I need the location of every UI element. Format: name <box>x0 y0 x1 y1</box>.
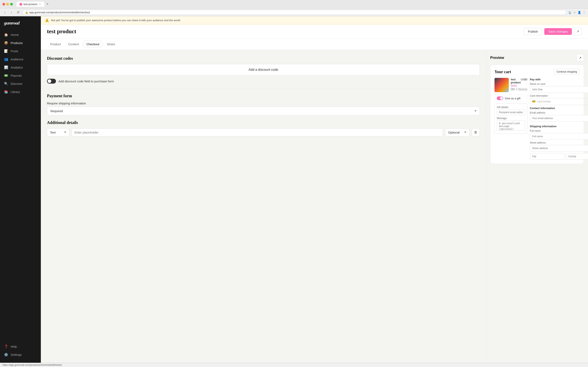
card-chip-icon: 💳 <box>532 100 536 103</box>
product-seller[interactable]: Daisy <box>511 84 521 87</box>
tab-product[interactable]: Product <box>47 41 64 48</box>
link-icon: ↗ <box>577 30 579 33</box>
sidebar-item-home[interactable]: 🏠 Home <box>0 31 41 39</box>
notification-bar: ⚠️ Not yet! You've got to publish your a… <box>41 16 588 25</box>
main-content: ⚠️ Not yet! You've got to publish your a… <box>41 16 588 363</box>
menu-icon[interactable]: ⋮ <box>583 11 586 14</box>
shipping-info-label: Shipping information <box>530 125 588 128</box>
street-label: Street address <box>530 141 588 144</box>
gift-message-textarea[interactable] <box>497 120 525 131</box>
tab-bar: test product ✕ + <box>17 2 586 7</box>
street-input[interactable] <box>530 145 588 151</box>
city-input[interactable] <box>530 153 565 160</box>
maximize-window-button[interactable] <box>10 3 13 6</box>
warning-icon: ⚠️ <box>45 18 49 22</box>
shipping-section: Shipping information Full name Street ad… <box>530 125 588 160</box>
new-tab-button[interactable]: + <box>45 2 50 6</box>
back-button[interactable]: ‹ <box>2 10 7 15</box>
shipping-field-label: Require shipping information <box>47 101 480 105</box>
tab-title: test product <box>24 3 37 6</box>
sidebar-item-analytics[interactable]: 📊 Analytics <box>0 63 41 71</box>
browser-chrome: test product ✕ + <box>0 0 588 8</box>
toggle-slider <box>47 79 56 83</box>
preview-title: Preview <box>490 56 504 60</box>
sidebar-item-library[interactable]: 📚 Library <box>0 88 41 96</box>
continue-shopping-button[interactable]: Continue shopping <box>554 69 580 75</box>
city-row <box>530 153 588 160</box>
sidebar-item-label: Help <box>11 345 17 348</box>
browser-tab[interactable]: test product ✕ <box>17 2 44 7</box>
cart-content: test product Daisy US$0 Qty: 1 Remove <box>494 78 580 160</box>
discount-toggle-label: Add discount code field to purchase form <box>58 80 114 83</box>
detail-type-select[interactable]: Text Checkbox <box>47 128 69 136</box>
sidebar-item-help[interactable]: ❓ Help <box>0 342 41 350</box>
cart-product-item: test product Daisy US$0 Qty: 1 Remove <box>494 78 527 92</box>
gift-toggle[interactable] <box>497 96 503 100</box>
gift-label: Give as a gift <box>505 97 520 100</box>
full-name-input[interactable] <box>530 133 588 140</box>
logo[interactable]: gumroad <box>0 20 41 31</box>
forward-button[interactable]: › <box>9 10 14 15</box>
tab-close-button[interactable]: ✕ <box>39 3 42 6</box>
card-row: 💳 Card number <box>530 98 588 105</box>
address-bar[interactable]: 🔒 app.gumroad.com/products/mmmmd/edit#ch… <box>22 10 567 15</box>
discount-toggle[interactable] <box>47 79 56 83</box>
tab-checkout[interactable]: Checkout <box>83 41 103 48</box>
name-on-card-input[interactable] <box>530 86 588 93</box>
preview-expand-button[interactable]: ↗ <box>577 54 584 61</box>
gift-toggle-row[interactable]: Give as a gift <box>494 95 527 102</box>
email-input[interactable] <box>530 115 588 122</box>
detail-optional-select[interactable]: Optional Required <box>445 128 470 136</box>
card-number-input[interactable]: 💳 Card number <box>530 98 588 105</box>
sidebar-item-discover[interactable]: 🔍 Discover <box>0 80 41 88</box>
url-text: app.gumroad.com/products/mmmmd/edit#chec… <box>29 11 90 14</box>
product-qty: Qty: 1 <box>511 88 517 91</box>
card-info-label: Card information <box>530 94 588 97</box>
name-on-card-label: Name on card <box>530 83 588 85</box>
tab-share[interactable]: Share <box>104 41 118 48</box>
detail-placeholder-input[interactable] <box>71 128 443 136</box>
delete-detail-button[interactable]: 🗑 <box>472 128 480 136</box>
sidebar-item-label: Posts <box>11 49 18 53</box>
home-icon: 🏠 <box>4 33 8 37</box>
sidebar-item-audience[interactable]: 👥 Audience <box>0 55 41 63</box>
status-url: https://app.gumroad.com/products/mmmmd/e… <box>2 364 62 366</box>
link-button[interactable]: ↗ <box>574 28 582 35</box>
refresh-button[interactable]: ↺ <box>16 10 20 15</box>
analytics-icon: 📊 <box>4 65 8 69</box>
trash-icon: 🗑 <box>474 131 477 134</box>
save-changes-button[interactable]: Save changes <box>544 28 572 35</box>
sidebar-item-payouts[interactable]: 💵 Payouts <box>0 71 41 80</box>
bookmark-icon[interactable]: ☆ <box>573 11 576 14</box>
remove-product-link[interactable]: Remove <box>518 88 527 91</box>
minimize-window-button[interactable] <box>6 3 9 6</box>
gift-details-title: Gift details <box>497 106 525 109</box>
close-window-button[interactable] <box>2 3 5 6</box>
product-qty-row: Qty: 1 Remove <box>511 88 527 91</box>
county-input[interactable] <box>566 153 588 160</box>
additional-details-title: Additional details <box>47 120 480 125</box>
expand-icon: ↗ <box>579 56 581 59</box>
sidebar-item-label: Library <box>11 90 20 94</box>
cart-title: Your cart <box>494 69 511 74</box>
library-icon: 📚 <box>4 90 8 94</box>
sidebar-item-label: Payouts <box>11 74 22 77</box>
product-thumbnail <box>494 78 509 92</box>
profile-icon[interactable]: 👤 <box>578 11 581 14</box>
discount-codes-section: Discount codes Add a discount code Add d… <box>47 56 480 83</box>
tab-content[interactable]: Content <box>65 41 82 48</box>
recipient-email-input[interactable] <box>497 109 525 115</box>
sidebar-item-settings[interactable]: ⚙️ Settings <box>0 350 41 359</box>
cart-left: test product Daisy US$0 Qty: 1 Remove <box>494 78 527 160</box>
preview-header: Preview ↗ <box>490 54 584 61</box>
products-icon: 📦 <box>4 41 8 45</box>
content-area: Discount codes Add a discount code Add d… <box>41 50 588 363</box>
sidebar-item-products[interactable]: 📦 Products <box>0 39 41 47</box>
add-discount-code-button[interactable]: Add a discount code <box>47 64 480 75</box>
shipping-requirement-select[interactable]: Required Optional Not required <box>47 107 480 115</box>
publish-button[interactable]: Publish <box>524 28 542 35</box>
sidebar-item-posts[interactable]: 📝 Posts <box>0 47 41 55</box>
pay-section: Pay with Name on card Card information 💳… <box>530 78 588 105</box>
notification-text: Not yet! You've got to publish your awes… <box>51 19 181 22</box>
status-bar: https://app.gumroad.com/products/mmmmd/e… <box>0 363 588 367</box>
